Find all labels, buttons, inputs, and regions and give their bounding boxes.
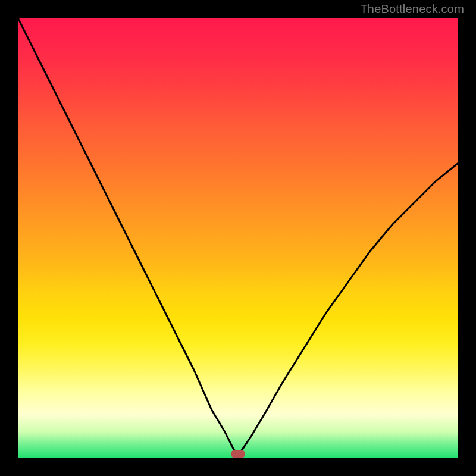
chart-frame: TheBottleneck.com <box>0 0 476 476</box>
plot-area <box>18 18 458 458</box>
curve-layer <box>18 18 458 458</box>
bottleneck-curve <box>18 18 458 454</box>
optimum-marker <box>231 450 245 458</box>
watermark-text: TheBottleneck.com <box>360 2 464 16</box>
